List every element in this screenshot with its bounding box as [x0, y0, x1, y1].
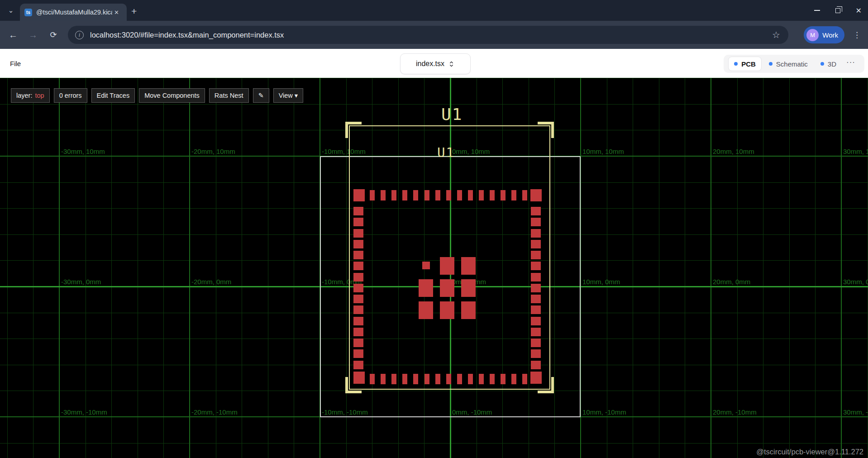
pcb-pad: [353, 273, 363, 281]
grid-line: [242, 78, 242, 458]
profile-chip[interactable]: M Work: [804, 26, 844, 43]
grid-label: 10mm, 10mm: [582, 148, 624, 155]
grid-label: 20mm, -10mm: [713, 408, 757, 416]
window-restore-icon[interactable]: [835, 8, 840, 13]
pcb-canvas[interactable]: -30mm, 10mm-20mm, 10mm-10mm, 10mm0mm, 10…: [0, 78, 868, 458]
tab-close-icon[interactable]: ✕: [114, 9, 119, 16]
pencil-icon-button[interactable]: ✎: [253, 88, 269, 103]
pcb-pad: [419, 301, 433, 319]
rats-nest-button[interactable]: Rats Nest: [209, 88, 249, 103]
pcb-pad: [457, 374, 462, 384]
window-minimize-icon[interactable]: [814, 10, 820, 11]
grid-line: [0, 78, 868, 78]
tab-pcb-label: PCB: [741, 60, 756, 68]
pcb-pad: [530, 189, 542, 201]
tab-3d[interactable]: 3D: [815, 57, 842, 71]
grid-line: [216, 78, 216, 458]
pcb-pad: [422, 262, 430, 269]
bookmark-star-icon[interactable]: ☆: [772, 29, 780, 40]
grid-label: 30mm, 10mm: [843, 148, 868, 155]
edit-traces-button[interactable]: Edit Traces: [91, 88, 135, 103]
grid-line: [189, 78, 190, 458]
view-toggle-group: PCB Schematic 3D ···: [724, 55, 864, 73]
layer-button[interactable]: layer: top: [11, 88, 50, 103]
layer-label: layer:: [16, 92, 32, 99]
pcb-pad: [353, 317, 363, 325]
pcb-pad: [531, 339, 541, 347]
grid-line: [737, 78, 738, 458]
move-components-button[interactable]: Move Components: [139, 88, 205, 103]
browser-menu-icon[interactable]: ⋮: [853, 21, 861, 49]
pcb-pad: [531, 229, 541, 238]
window-close-icon[interactable]: ✕: [856, 6, 862, 15]
more-options-icon[interactable]: ···: [844, 58, 860, 70]
pcb-pad: [468, 190, 473, 200]
pcb-pad: [353, 207, 363, 215]
back-icon[interactable]: ←: [5, 21, 21, 49]
new-tab-icon[interactable]: +: [131, 6, 137, 17]
pcb-pad: [353, 189, 365, 201]
pcb-pad: [402, 190, 407, 200]
avatar: M: [806, 29, 819, 41]
pcb-pad: [353, 295, 363, 303]
errors-button[interactable]: 0 errors: [54, 88, 87, 103]
grid-line: [815, 78, 816, 458]
pcb-pad: [531, 305, 541, 314]
3d-dot-icon: [820, 62, 824, 66]
pcb-pad: [461, 279, 476, 297]
chevrons-up-down-icon: [448, 61, 455, 67]
grid-line: [268, 78, 268, 458]
pcb-pad: [353, 328, 363, 336]
tab-pcb[interactable]: PCB: [728, 57, 762, 71]
grid-line: [841, 78, 842, 458]
pcb-pad: [353, 284, 363, 292]
pcb-pad: [530, 372, 542, 384]
grid-line: [7, 78, 8, 458]
pcb-pad: [531, 295, 541, 303]
pcb-pad: [370, 374, 375, 384]
pcb-pad: [531, 361, 541, 369]
pcb-pad: [501, 190, 506, 200]
view-dropdown-button[interactable]: View ▾: [273, 88, 303, 103]
url-bar[interactable]: i localhost:3020/#file=index.tsx&main_co…: [68, 26, 788, 44]
pcb-pad: [435, 374, 440, 384]
grid-line: [0, 104, 868, 105]
grid-line: [33, 78, 33, 458]
tab-schematic[interactable]: Schematic: [763, 57, 813, 71]
screen: ⌄ ts @tsci/MustafaMulla29.kicad-lib ✕ + …: [0, 0, 868, 458]
component-name-label: U1: [441, 105, 463, 124]
grid-line: [659, 78, 659, 458]
reload-icon[interactable]: ⟳: [46, 21, 61, 49]
grid-line: [163, 78, 164, 458]
grid-label: 30mm, 0mm: [843, 278, 868, 286]
pcb-pad: [479, 190, 484, 200]
grid-label: 20mm, 0mm: [713, 278, 750, 286]
pcb-pad: [353, 229, 363, 238]
pcb-pad: [391, 190, 396, 200]
grid-label: 10mm, 0mm: [582, 278, 620, 286]
tab-title: @tsci/MustafaMulla29.kicad-lib: [36, 9, 112, 16]
pcb-pad: [457, 190, 462, 200]
pcb-toolbar: layer: top 0 errors Edit Traces Move Com…: [11, 88, 303, 103]
viewer-version: @tscircuit/pcb-viewer@1.11.272: [756, 448, 863, 456]
grid-line: [0, 443, 868, 444]
browser-tab[interactable]: ts @tsci/MustafaMulla29.kicad-lib ✕: [20, 4, 127, 21]
pcb-pad: [511, 374, 516, 384]
profile-name: Work: [822, 31, 838, 39]
layer-value: top: [35, 92, 44, 99]
tab-search-icon[interactable]: ⌄: [5, 4, 17, 17]
grid-line: [789, 78, 790, 458]
pcb-pad: [531, 262, 541, 270]
pcb-pad: [522, 374, 527, 384]
grid-label: -30mm, 10mm: [61, 148, 105, 155]
pcb-pad: [479, 374, 484, 384]
site-info-icon[interactable]: i: [75, 31, 84, 39]
pcb-pad: [531, 251, 541, 259]
grid-line: [86, 78, 86, 458]
pcb-pad: [381, 374, 386, 384]
forward-icon[interactable]: →: [25, 21, 41, 49]
grid-line: [711, 78, 711, 458]
file-select[interactable]: index.tsx: [400, 53, 471, 74]
grid-label: 20mm, 10mm: [713, 148, 754, 155]
file-menu[interactable]: File: [10, 49, 21, 78]
